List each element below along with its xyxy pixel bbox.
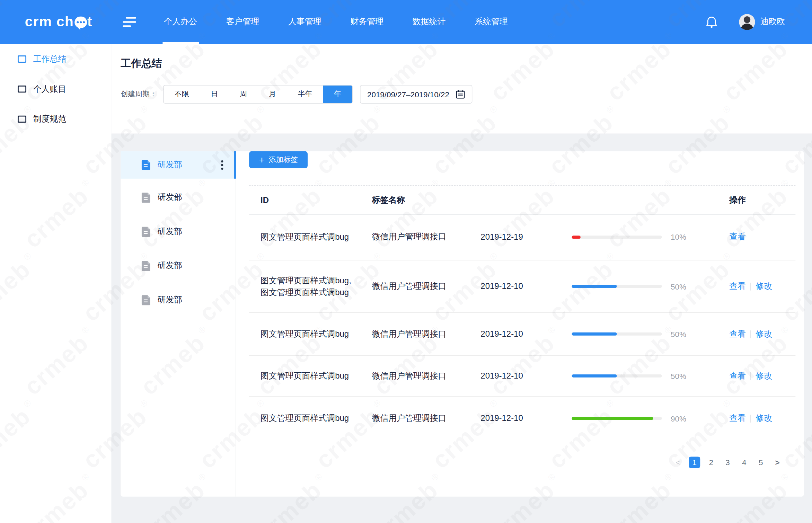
header-right: 迪欧欧 (706, 14, 785, 30)
period-segmented-control: 不限 日 周 月 半年 年 (163, 85, 353, 104)
period-option-month[interactable]: 月 (258, 86, 287, 103)
edit-link[interactable]: 修改 (756, 281, 772, 292)
progress-bar (572, 374, 662, 378)
progress-percent: 10% (671, 232, 729, 241)
user-name[interactable]: 迪欧欧 (760, 17, 785, 27)
cell-id: 图文管理页面样式调bug (261, 328, 372, 340)
view-link[interactable]: 查看 (729, 371, 746, 381)
col-header-actions: 操作 (729, 195, 795, 205)
sidebar-item-work-summary[interactable]: 工作总结 (0, 44, 111, 74)
period-option-halfyear[interactable]: 半年 (287, 86, 323, 103)
nav-item-finance-mgmt[interactable]: 财务管理 (349, 0, 385, 44)
view-link[interactable]: 查看 (729, 281, 746, 292)
cell-tag-name: 微信用户管理调接口 (372, 281, 480, 292)
cell-id: 图文管理页面样式调bug, 图文管理页面样式调bug (261, 274, 372, 298)
logo-text-left: crm ch (25, 14, 74, 30)
sidebar-item-rules[interactable]: 制度规范 (0, 104, 111, 134)
nav-item-data-stats[interactable]: 数据统计 (412, 0, 447, 44)
menu-collapse-icon[interactable] (123, 17, 136, 27)
department-item[interactable]: 研发部 (121, 283, 236, 317)
edit-link[interactable]: 修改 (756, 413, 772, 424)
app-logo[interactable]: crm ch t (25, 14, 92, 30)
cell-date: 2019-12-10 (480, 371, 572, 381)
date-range-picker[interactable]: 2019/09/27–2019/10/22 (360, 85, 472, 104)
document-icon (141, 260, 151, 271)
tag-table-area: + 添加标签 ID 标签名称 操作 图文管理页面样式调bug 微信用户管理调接口… (249, 151, 804, 497)
table-row: 图文管理页面样式调bug 微信用户管理调接口 2019-12-10 50% 查看… (249, 356, 795, 397)
sidebar-item-label: 个人账目 (33, 83, 67, 94)
user-avatar[interactable] (739, 14, 755, 30)
board-icon (18, 86, 26, 93)
view-link[interactable]: 查看 (729, 413, 746, 424)
content-panel: 研发部 研发部 研发部 (121, 151, 804, 497)
table-row: 图文管理页面样式调bug 微信用户管理调接口 2019-12-10 90% 查看… (249, 397, 795, 440)
pagination-page-1[interactable]: 1 (689, 457, 700, 468)
department-label: 研发部 (157, 294, 182, 305)
sidebar-item-label: 制度规范 (33, 114, 67, 124)
logo-text-right: t (87, 14, 92, 30)
pagination-page-5[interactable]: 5 (755, 457, 767, 468)
sidebar-item-personal-accounts[interactable]: 个人账目 (0, 74, 111, 104)
nav-item-personal-office[interactable]: 个人办公 (163, 0, 198, 44)
cell-actions: 查看 (729, 231, 795, 242)
cell-date: 2019-12-10 (480, 282, 572, 291)
col-header-tag-name: 标签名称 (372, 195, 480, 205)
sidebar: 工作总结 个人账目 制度规范 (0, 44, 111, 523)
period-option-unlimited[interactable]: 不限 (164, 86, 200, 103)
document-icon (141, 192, 151, 203)
table-row: 图文管理页面样式调bug 微信用户管理调接口 2019-12-10 50% 查看… (249, 313, 795, 356)
pagination-next-icon[interactable]: > (772, 457, 783, 468)
app-window: crm ch t 个人办公 客户管理 人事管理 财务管理 数据统计 系统管理 (0, 0, 812, 523)
view-link[interactable]: 查看 (729, 329, 746, 339)
department-item-active[interactable]: 研发部 (121, 151, 236, 179)
progress-percent: 50% (671, 282, 729, 291)
edit-link[interactable]: 修改 (756, 371, 772, 381)
department-label: 研发部 (157, 192, 182, 203)
department-item[interactable]: 研发部 (121, 249, 236, 283)
action-divider (750, 283, 751, 290)
pagination-page-2[interactable]: 2 (705, 457, 717, 468)
cell-id: 图文管理页面样式调bug (261, 413, 372, 425)
top-navbar: crm ch t 个人办公 客户管理 人事管理 财务管理 数据统计 系统管理 (0, 0, 812, 44)
add-tag-label: 添加标签 (269, 155, 298, 165)
nav-item-system-mgmt[interactable]: 系统管理 (474, 0, 509, 44)
view-link[interactable]: 查看 (729, 231, 746, 242)
period-option-day[interactable]: 日 (200, 86, 229, 103)
document-icon (141, 226, 151, 237)
more-options-icon[interactable] (221, 159, 223, 171)
pagination-prev-icon[interactable]: < (672, 457, 684, 468)
department-item[interactable]: 研发部 (121, 180, 236, 214)
table-body: 图文管理页面样式调bug 微信用户管理调接口 2019-12-19 10% 查看… (249, 214, 795, 440)
action-divider (750, 372, 751, 380)
pagination-page-3[interactable]: 3 (722, 457, 733, 468)
progress-percent: 90% (671, 414, 729, 423)
board-icon (18, 55, 26, 63)
edit-link[interactable]: 修改 (756, 329, 772, 339)
pagination: < 1 2 3 4 5 > (672, 457, 783, 468)
cell-tag-name: 微信用户管理调接口 (372, 413, 480, 424)
main-nav: 个人办公 客户管理 人事管理 财务管理 数据统计 系统管理 (163, 0, 536, 44)
add-tag-button[interactable]: + 添加标签 (249, 151, 308, 168)
department-item[interactable]: 研发部 (121, 214, 236, 249)
period-option-year[interactable]: 年 (323, 86, 352, 103)
department-list: 研发部 研发部 研发部 (121, 151, 236, 497)
progress-bar (572, 333, 662, 336)
cell-tag-name: 微信用户管理调接口 (372, 329, 480, 339)
board-icon (18, 115, 26, 123)
table-row: 图文管理页面样式调bug 微信用户管理调接口 2019-12-19 10% 查看 (249, 214, 795, 260)
notification-bell-icon[interactable] (706, 16, 717, 28)
table-header-row: ID 标签名称 操作 (249, 185, 795, 215)
department-label: 研发部 (157, 226, 182, 237)
col-header-id: ID (261, 195, 372, 205)
plus-icon: + (259, 155, 265, 165)
nav-item-hr-mgmt[interactable]: 人事管理 (287, 0, 323, 44)
period-option-week[interactable]: 周 (229, 86, 258, 103)
pagination-page-4[interactable]: 4 (739, 457, 750, 468)
document-icon (141, 159, 151, 170)
cell-date: 2019-12-10 (480, 329, 572, 339)
action-divider (750, 415, 751, 422)
action-divider (750, 330, 751, 338)
page-title: 工作总结 (121, 56, 162, 70)
nav-item-customer-mgmt[interactable]: 客户管理 (225, 0, 261, 44)
cell-date: 2019-12-10 (480, 414, 572, 423)
